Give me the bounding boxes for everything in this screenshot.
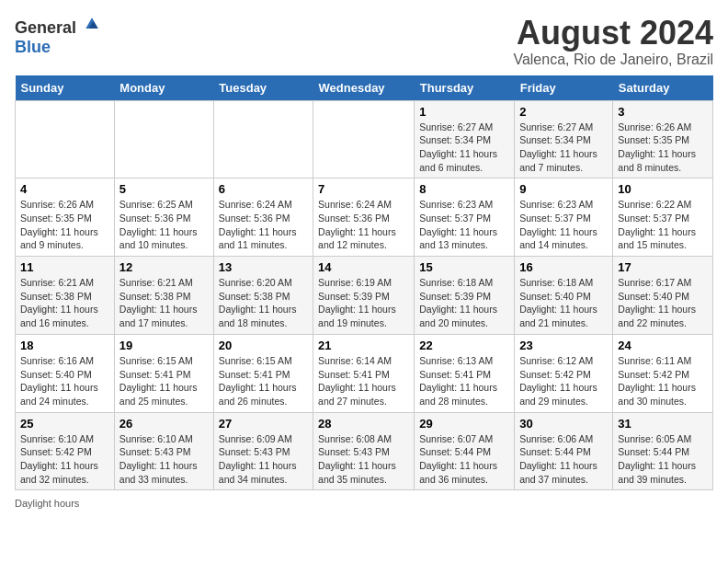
day-info: Sunrise: 6:13 AM Sunset: 5:41 PM Dayligh… <box>419 354 509 408</box>
day-info: Sunrise: 6:21 AM Sunset: 5:38 PM Dayligh… <box>20 276 109 330</box>
day-number: 14 <box>318 260 409 274</box>
calendar-cell <box>16 100 115 178</box>
day-number: 27 <box>219 417 308 431</box>
day-number: 20 <box>219 339 308 352</box>
calendar-cell: 30Sunrise: 6:06 AM Sunset: 5:44 PM Dayli… <box>515 412 613 490</box>
day-number: 13 <box>219 260 308 274</box>
calendar-table: SundayMondayTuesdayWednesdayThursdayFrid… <box>15 75 713 491</box>
calendar-cell: 24Sunrise: 6:11 AM Sunset: 5:42 PM Dayli… <box>613 334 713 412</box>
day-info: Sunrise: 6:22 AM Sunset: 5:37 PM Dayligh… <box>618 198 708 252</box>
day-info: Sunrise: 6:07 AM Sunset: 5:44 PM Dayligh… <box>419 432 509 487</box>
weekday-header-cell: Saturday <box>613 75 713 101</box>
day-number: 23 <box>519 339 608 352</box>
day-number: 8 <box>419 182 509 196</box>
day-info: Sunrise: 6:08 AM Sunset: 5:43 PM Dayligh… <box>318 432 409 487</box>
day-info: Sunrise: 6:24 AM Sunset: 5:36 PM Dayligh… <box>318 198 409 252</box>
calendar-cell <box>213 100 313 178</box>
day-number: 12 <box>119 260 209 274</box>
day-number: 28 <box>318 417 409 431</box>
calendar-cell: 14Sunrise: 6:19 AM Sunset: 5:39 PM Dayli… <box>313 257 415 335</box>
day-number: 26 <box>119 417 209 431</box>
calendar-cell: 12Sunrise: 6:21 AM Sunset: 5:38 PM Dayli… <box>114 257 213 335</box>
page-header: General Blue August 2024 Valenca, Rio de… <box>15 15 713 68</box>
calendar-cell: 15Sunrise: 6:18 AM Sunset: 5:39 PM Dayli… <box>415 257 515 335</box>
day-number: 29 <box>419 417 509 431</box>
calendar-cell: 21Sunrise: 6:14 AM Sunset: 5:41 PM Dayli… <box>313 334 415 412</box>
calendar-cell: 3Sunrise: 6:26 AM Sunset: 5:35 PM Daylig… <box>613 100 713 178</box>
footer-label: Daylight hours <box>15 498 713 509</box>
page-subtitle: Valenca, Rio de Janeiro, Brazil <box>513 52 713 68</box>
calendar-week-row: 25Sunrise: 6:10 AM Sunset: 5:42 PM Dayli… <box>16 412 713 490</box>
calendar-cell: 13Sunrise: 6:20 AM Sunset: 5:38 PM Dayli… <box>213 257 313 335</box>
calendar-cell: 29Sunrise: 6:07 AM Sunset: 5:44 PM Dayli… <box>415 412 515 490</box>
logo: General Blue <box>15 15 101 57</box>
day-number: 4 <box>20 182 109 196</box>
day-number: 24 <box>618 339 708 352</box>
day-info: Sunrise: 6:16 AM Sunset: 5:40 PM Dayligh… <box>20 354 109 408</box>
day-info: Sunrise: 6:10 AM Sunset: 5:43 PM Dayligh… <box>119 432 209 487</box>
weekday-header-cell: Tuesday <box>213 75 313 101</box>
day-info: Sunrise: 6:15 AM Sunset: 5:41 PM Dayligh… <box>219 354 308 408</box>
calendar-cell: 27Sunrise: 6:09 AM Sunset: 5:43 PM Dayli… <box>213 412 313 490</box>
day-info: Sunrise: 6:18 AM Sunset: 5:40 PM Dayligh… <box>519 276 608 330</box>
calendar-cell: 26Sunrise: 6:10 AM Sunset: 5:43 PM Dayli… <box>114 412 213 490</box>
calendar-cell: 5Sunrise: 6:25 AM Sunset: 5:36 PM Daylig… <box>114 178 213 257</box>
calendar-cell: 31Sunrise: 6:05 AM Sunset: 5:44 PM Dayli… <box>613 412 713 490</box>
day-number: 16 <box>519 260 608 274</box>
weekday-header-cell: Wednesday <box>313 75 415 101</box>
calendar-body: 1Sunrise: 6:27 AM Sunset: 5:34 PM Daylig… <box>16 100 713 490</box>
calendar-cell: 6Sunrise: 6:24 AM Sunset: 5:36 PM Daylig… <box>213 178 313 257</box>
calendar-cell: 7Sunrise: 6:24 AM Sunset: 5:36 PM Daylig… <box>313 178 415 257</box>
calendar-cell: 19Sunrise: 6:15 AM Sunset: 5:41 PM Dayli… <box>114 334 213 412</box>
calendar-cell: 9Sunrise: 6:23 AM Sunset: 5:37 PM Daylig… <box>515 178 613 257</box>
day-info: Sunrise: 6:21 AM Sunset: 5:38 PM Dayligh… <box>119 276 209 330</box>
day-info: Sunrise: 6:05 AM Sunset: 5:44 PM Dayligh… <box>618 432 708 487</box>
calendar-week-row: 18Sunrise: 6:16 AM Sunset: 5:40 PM Dayli… <box>16 334 713 412</box>
day-info: Sunrise: 6:14 AM Sunset: 5:41 PM Dayligh… <box>318 354 409 408</box>
logo-icon <box>83 15 101 33</box>
logo-general: General <box>15 18 76 37</box>
day-number: 30 <box>519 417 608 431</box>
calendar-week-row: 1Sunrise: 6:27 AM Sunset: 5:34 PM Daylig… <box>16 100 713 178</box>
day-info: Sunrise: 6:23 AM Sunset: 5:37 PM Dayligh… <box>419 198 509 252</box>
day-number: 11 <box>20 260 109 274</box>
day-info: Sunrise: 6:24 AM Sunset: 5:36 PM Dayligh… <box>219 198 308 252</box>
logo-text: General Blue <box>15 15 101 57</box>
day-number: 17 <box>618 260 708 274</box>
logo-blue: Blue <box>15 38 51 56</box>
calendar-cell: 10Sunrise: 6:22 AM Sunset: 5:37 PM Dayli… <box>613 178 713 257</box>
calendar-cell: 17Sunrise: 6:17 AM Sunset: 5:40 PM Dayli… <box>613 257 713 335</box>
day-info: Sunrise: 6:17 AM Sunset: 5:40 PM Dayligh… <box>618 276 708 330</box>
title-block: August 2024 Valenca, Rio de Janeiro, Bra… <box>513 15 713 68</box>
day-info: Sunrise: 6:19 AM Sunset: 5:39 PM Dayligh… <box>318 276 409 330</box>
day-number: 15 <box>419 260 509 274</box>
calendar-cell <box>313 100 415 178</box>
weekday-header-cell: Friday <box>515 75 613 101</box>
day-number: 1 <box>419 105 509 119</box>
day-info: Sunrise: 6:06 AM Sunset: 5:44 PM Dayligh… <box>519 432 608 487</box>
day-number: 5 <box>119 182 209 196</box>
day-info: Sunrise: 6:15 AM Sunset: 5:41 PM Dayligh… <box>119 354 209 408</box>
day-info: Sunrise: 6:20 AM Sunset: 5:38 PM Dayligh… <box>219 276 308 330</box>
calendar-cell <box>114 100 213 178</box>
day-info: Sunrise: 6:27 AM Sunset: 5:34 PM Dayligh… <box>519 121 608 175</box>
day-number: 31 <box>618 417 708 431</box>
day-info: Sunrise: 6:23 AM Sunset: 5:37 PM Dayligh… <box>519 198 608 252</box>
day-info: Sunrise: 6:27 AM Sunset: 5:34 PM Dayligh… <box>419 121 509 175</box>
day-info: Sunrise: 6:18 AM Sunset: 5:39 PM Dayligh… <box>419 276 509 330</box>
weekday-header-row: SundayMondayTuesdayWednesdayThursdayFrid… <box>16 75 713 101</box>
page-title: August 2024 <box>513 15 713 52</box>
calendar-cell: 25Sunrise: 6:10 AM Sunset: 5:42 PM Dayli… <box>16 412 115 490</box>
day-number: 19 <box>119 339 209 352</box>
day-number: 6 <box>219 182 308 196</box>
calendar-cell: 8Sunrise: 6:23 AM Sunset: 5:37 PM Daylig… <box>415 178 515 257</box>
calendar-cell: 2Sunrise: 6:27 AM Sunset: 5:34 PM Daylig… <box>515 100 613 178</box>
weekday-header-cell: Sunday <box>16 75 115 101</box>
day-info: Sunrise: 6:26 AM Sunset: 5:35 PM Dayligh… <box>20 198 109 252</box>
day-info: Sunrise: 6:26 AM Sunset: 5:35 PM Dayligh… <box>618 121 708 175</box>
day-number: 10 <box>618 182 708 196</box>
day-info: Sunrise: 6:11 AM Sunset: 5:42 PM Dayligh… <box>618 354 708 408</box>
calendar-week-row: 4Sunrise: 6:26 AM Sunset: 5:35 PM Daylig… <box>16 178 713 257</box>
calendar-cell: 20Sunrise: 6:15 AM Sunset: 5:41 PM Dayli… <box>213 334 313 412</box>
day-number: 7 <box>318 182 409 196</box>
